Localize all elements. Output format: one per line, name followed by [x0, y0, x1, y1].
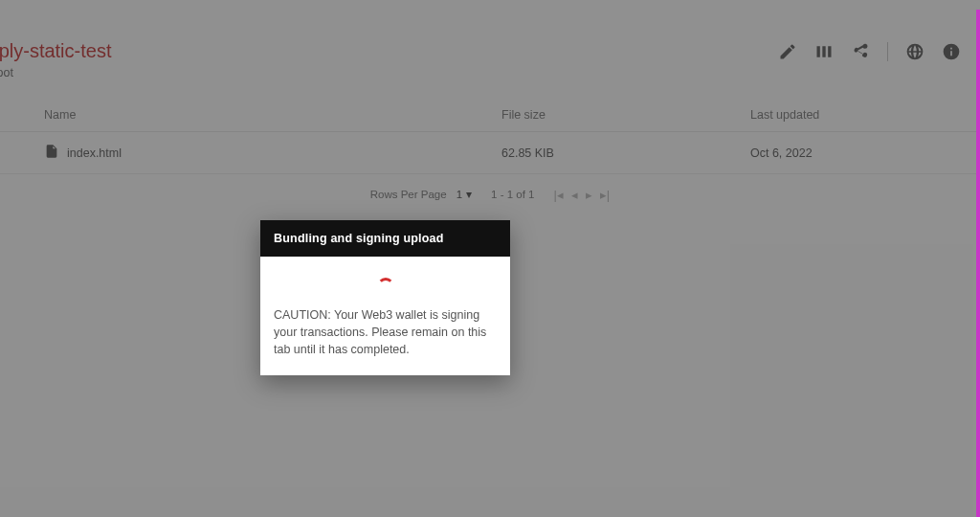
upload-modal: Bundling and signing upload CAUTION: You…: [260, 220, 510, 375]
modal-caution-text: CAUTION: Your Web3 wallet is signing you…: [274, 306, 497, 358]
loading-spinner: [274, 270, 497, 306]
right-accent-bar: [976, 10, 980, 517]
modal-title: Bundling and signing upload: [260, 220, 510, 257]
modal-overlay: Bundling and signing upload CAUTION: You…: [0, 0, 980, 517]
